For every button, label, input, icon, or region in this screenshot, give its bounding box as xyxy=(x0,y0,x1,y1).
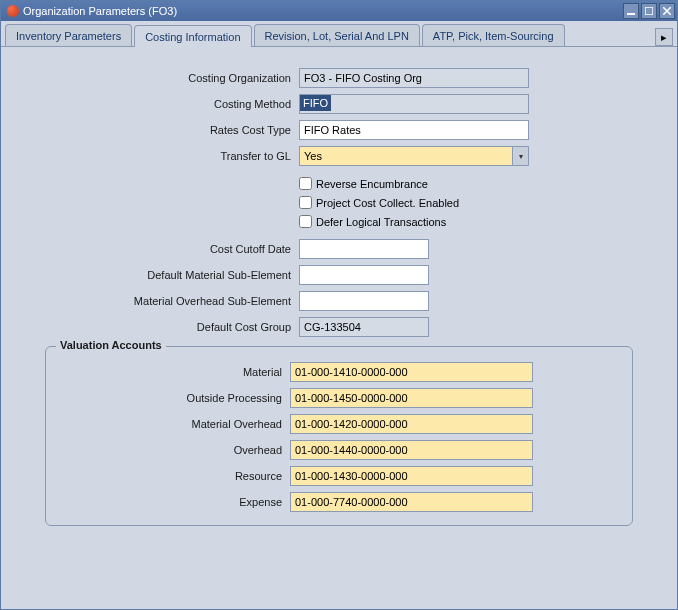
window-title: Organization Parameters (FO3) xyxy=(23,5,177,17)
valuation-legend: Valuation Accounts xyxy=(56,339,166,351)
reverse-encumbrance-checkbox[interactable] xyxy=(299,177,312,190)
svg-rect-1 xyxy=(645,7,653,15)
resource-field[interactable] xyxy=(290,466,533,486)
defer-logical-label: Defer Logical Transactions xyxy=(316,216,446,228)
costing-org-field[interactable] xyxy=(299,68,529,88)
costing-method-value: FIFO xyxy=(300,95,331,111)
valuation-accounts-group: Valuation Accounts Material Outside Proc… xyxy=(45,346,633,526)
chevron-right-icon: ▸ xyxy=(661,31,667,44)
transfer-gl-select[interactable] xyxy=(299,146,529,166)
tab-inventory-parameters[interactable]: Inventory Parameters xyxy=(5,24,132,46)
close-button[interactable] xyxy=(659,3,675,19)
default-material-sub-field[interactable] xyxy=(299,265,429,285)
overhead-label: Overhead xyxy=(58,444,290,456)
material-label: Material xyxy=(58,366,290,378)
project-cost-label: Project Cost Collect. Enabled xyxy=(316,197,459,209)
project-cost-checkbox[interactable] xyxy=(299,196,312,209)
app-icon xyxy=(7,5,19,17)
transfer-gl-label: Transfer to GL xyxy=(45,150,299,162)
costing-method-field[interactable]: FIFO xyxy=(299,94,529,114)
cost-cutoff-field[interactable] xyxy=(299,239,429,259)
costing-method-label: Costing Method xyxy=(45,98,299,110)
material-overhead-sub-field[interactable] xyxy=(299,291,429,311)
defer-logical-checkbox[interactable] xyxy=(299,215,312,228)
tab-revision-lot-serial-lpn[interactable]: Revision, Lot, Serial And LPN xyxy=(254,24,420,46)
costing-org-label: Costing Organization xyxy=(45,72,299,84)
cost-cutoff-label: Cost Cutoff Date xyxy=(45,243,299,255)
outside-label: Outside Processing xyxy=(58,392,290,404)
minimize-button[interactable] xyxy=(623,3,639,19)
titlebar: Organization Parameters (FO3) xyxy=(1,1,677,21)
expense-field[interactable] xyxy=(290,492,533,512)
expense-label: Expense xyxy=(58,496,290,508)
default-cost-group-field[interactable] xyxy=(299,317,429,337)
maximize-button[interactable] xyxy=(641,3,657,19)
tab-costing-information[interactable]: Costing Information xyxy=(134,25,251,47)
overhead-field[interactable] xyxy=(290,440,533,460)
rates-cost-type-label: Rates Cost Type xyxy=(45,124,299,136)
default-material-sub-label: Default Material Sub-Element xyxy=(45,269,299,281)
mat-overhead-label: Material Overhead xyxy=(58,418,290,430)
material-field[interactable] xyxy=(290,362,533,382)
tab-atp-pick-item-sourcing[interactable]: ATP, Pick, Item-Sourcing xyxy=(422,24,565,46)
resource-label: Resource xyxy=(58,470,290,482)
default-cost-group-label: Default Cost Group xyxy=(45,321,299,333)
reverse-encumbrance-label: Reverse Encumbrance xyxy=(316,178,428,190)
content-pane: Costing Organization Costing Method FIFO… xyxy=(1,47,677,544)
material-overhead-sub-label: Material Overhead Sub-Element xyxy=(45,295,299,307)
tab-scroll-right[interactable]: ▸ xyxy=(655,28,673,46)
svg-rect-0 xyxy=(627,13,635,15)
app-window: Organization Parameters (FO3) Inventory … xyxy=(0,0,678,610)
rates-cost-type-field[interactable] xyxy=(299,120,529,140)
mat-overhead-field[interactable] xyxy=(290,414,533,434)
tab-bar: Inventory Parameters Costing Information… xyxy=(1,21,677,47)
outside-field[interactable] xyxy=(290,388,533,408)
